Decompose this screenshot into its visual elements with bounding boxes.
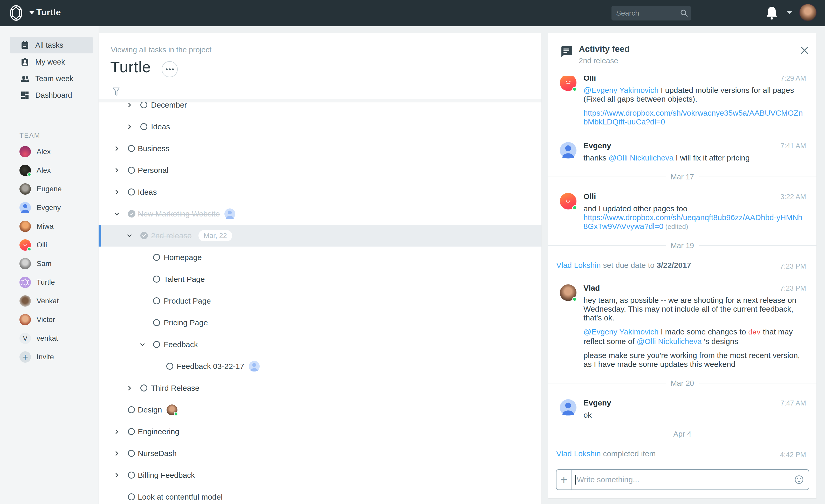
sidebar-item-dashboard[interactable]: Dashboard [10,87,93,103]
user-mention[interactable]: Vlad Lokshin [556,449,601,458]
task-row-ideas[interactable]: Ideas [98,181,541,203]
team-section-label: TEAM [19,132,40,140]
profile-avatar[interactable] [800,4,816,21]
user-mention[interactable]: @Olli Nickulicheva [609,154,674,162]
chevron-down-icon[interactable] [126,233,133,239]
task-row-billing-feedback[interactable]: Billing Feedback [98,464,541,486]
task-status-circle[interactable] [128,145,135,152]
attach-plus-icon[interactable]: + [556,470,572,490]
task-status-circle[interactable] [153,275,160,282]
emoji-icon[interactable] [794,475,804,485]
message-link[interactable]: https://www.dropbox.com/sh/vokrwacnye35w… [584,109,803,126]
team-member-turtle[interactable]: Turtle [0,273,98,292]
task-row-look-at-contentful-model[interactable]: Look at contentful model [98,486,541,504]
chevron-down-icon[interactable] [114,211,120,217]
avatar-photo-vlad [166,405,177,415]
task-label-group: Feedback 03-22-17 [177,355,260,377]
user-mention[interactable]: @Evgeny Yakimovich [584,327,659,336]
chevron-down-icon[interactable] [139,341,146,348]
task-status-circle[interactable] [140,123,147,130]
user-mention[interactable]: Vlad Lokshin [556,261,601,269]
task-status-circle[interactable] [140,102,147,108]
chevron-right-icon[interactable] [114,472,120,478]
task-row-business[interactable]: Business [98,138,541,159]
filter-icon[interactable] [112,87,120,97]
team-member-alex[interactable]: Alex [0,161,98,180]
task-row-homepage[interactable]: Homepage [98,247,541,268]
chevron-right-icon[interactable] [126,102,133,108]
task-row-2nd-release[interactable]: 2nd releaseMar, 22 [98,225,541,247]
composer-input[interactable]: Write something... [577,475,794,484]
task-status-circle[interactable] [153,341,160,348]
project-more-button[interactable] [162,61,178,77]
chevron-right-icon[interactable] [114,146,120,152]
chevron-right-icon[interactable] [114,429,120,435]
team-member-miwa[interactable]: Miwa [0,217,98,236]
message-composer[interactable]: + Write something... [556,469,809,490]
project-title: Turtle [110,58,151,76]
sidebar-item-all-tasks[interactable]: All tasks [10,37,93,54]
date-divider: Apr 4 [548,429,816,439]
message-body: thanks @Olli Nickulicheva I will fix it … [584,154,804,162]
task-row-talent-page[interactable]: Talent Page [98,268,541,290]
task-row-feedback[interactable]: Feedback [98,334,541,355]
invite-button[interactable]: +Invite [0,348,98,366]
task-status-circle[interactable] [166,363,173,370]
completed-check-icon[interactable] [128,210,135,218]
task-status-circle[interactable] [153,319,160,326]
team-member-venkat[interactable]: Vvenkat [0,329,98,348]
task-status-circle[interactable] [128,493,135,500]
task-status-circle[interactable] [128,450,135,457]
chevron-right-icon[interactable] [126,385,133,391]
task-status-circle[interactable] [140,385,147,392]
task-row-engineering[interactable]: Engineering [98,421,541,442]
task-row-third-release[interactable]: Third Release [98,377,541,399]
bell-icon[interactable] [766,6,778,20]
sidebar-item-my-week[interactable]: My week [10,54,93,70]
task-row-feedback-03-22-17[interactable]: Feedback 03-22-17 [98,355,541,377]
user-mention[interactable]: @Evgeny Yakimovich [584,86,659,94]
team-member-eugene[interactable]: Eugene [0,180,98,198]
task-row-new-marketing-website[interactable]: New Marketing Website [98,203,541,225]
task-status-circle[interactable] [128,406,135,413]
task-status-circle[interactable] [128,428,135,435]
workspace-title[interactable]: Turtle [36,7,61,17]
team-member-olli[interactable]: Olli [0,236,98,254]
task-status-circle[interactable] [128,188,135,195]
chevron-right-icon[interactable] [126,124,133,130]
task-row-product-page[interactable]: Product Page [98,290,541,312]
task-label: Pricing Page [164,318,208,327]
team-member-victor[interactable]: Victor [0,310,98,329]
task-row-december[interactable]: December [98,102,541,116]
chevron-right-icon[interactable] [114,189,120,195]
task-status-circle[interactable] [153,254,160,261]
completed-check-icon[interactable] [140,232,148,239]
avatar-photo-victor [19,314,31,325]
divider-line [548,245,666,246]
divider-line [548,177,666,177]
task-row-nursedash[interactable]: NurseDash [98,442,541,464]
task-row-design[interactable]: Design [98,399,541,421]
team-member-alex[interactable]: Alex [0,142,98,161]
sidebar-item-team-week[interactable]: Team week [10,70,93,87]
task-row-ideas[interactable]: Ideas [98,116,541,138]
team-member-venkat[interactable]: Venkat [0,292,98,310]
workspace-switcher-caret-icon[interactable] [29,11,35,14]
team-member-sam[interactable]: Sam [0,254,98,273]
feed-event-text: Vlad Lokshin set due date to 3/22/2017 [556,261,733,270]
task-status-circle[interactable] [128,167,135,174]
task-status-circle[interactable] [128,472,135,479]
chevron-right-icon[interactable] [114,167,120,173]
search-input[interactable] [611,6,691,20]
task-label-group: Personal [138,159,168,181]
user-mention[interactable]: @Olli Nickulicheva [636,337,702,346]
close-icon[interactable] [800,46,809,55]
task-row-personal[interactable]: Personal [98,159,541,181]
task-row-pricing-page[interactable]: Pricing Page [98,312,541,334]
profile-menu-caret-icon[interactable] [786,11,792,14]
chevron-right-icon[interactable] [114,450,120,456]
team-member-evgeny[interactable]: Evgeny [0,198,98,217]
activity-feed-subtitle: 2nd release [579,57,618,65]
message-link[interactable]: https://www.dropbox.com/sh/ueqanqft8ub96… [584,213,803,231]
task-status-circle[interactable] [153,298,160,304]
